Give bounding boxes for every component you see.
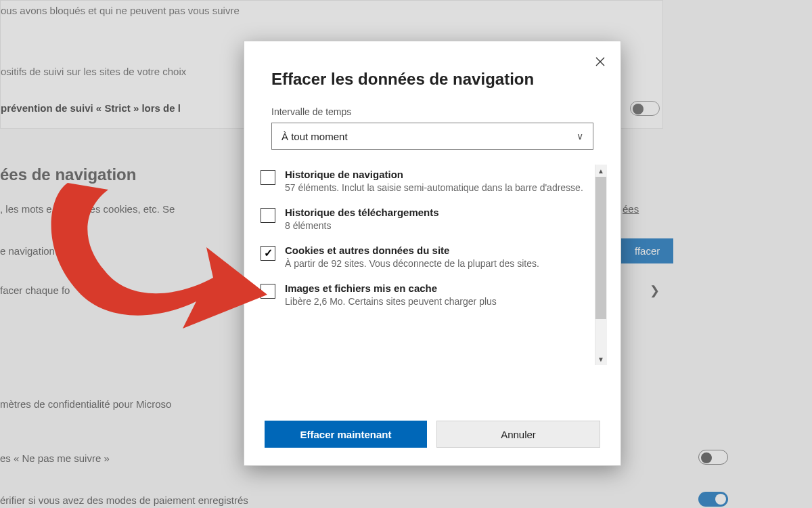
clear-browsing-data-dialog: Effacer les données de navigation Interv… xyxy=(244,41,621,466)
chevron-right-icon[interactable]: ❯ xyxy=(650,283,660,298)
option-title: Cookies et autres données du site xyxy=(285,245,593,256)
clear-button[interactable]: ffacer xyxy=(621,238,673,263)
settings-link[interactable]: ées xyxy=(623,203,639,215)
blocked-trackers-text: ous avons bloqués et qui ne peuvent pas … xyxy=(1,5,240,16)
cancel-button[interactable]: Annuler xyxy=(436,421,600,448)
option-browsing-history[interactable]: Historique de navigation 57 éléments. In… xyxy=(261,165,593,203)
option-download-history[interactable]: Historique des téléchargements 8 élément… xyxy=(261,203,593,240)
option-desc: 8 éléments xyxy=(285,219,593,232)
payment-methods-toggle[interactable] xyxy=(698,492,728,507)
option-desc: 57 éléments. Inclut la saisie semi-autom… xyxy=(285,182,593,194)
option-title: Historique des téléchargements xyxy=(285,207,593,218)
strict-toggle[interactable] xyxy=(630,101,660,116)
close-icon[interactable] xyxy=(589,51,611,72)
strict-prevention-text: prévention de suivi « Strict » lors de l xyxy=(1,102,181,114)
data-type-list: Historique de navigation 57 éléments. In… xyxy=(261,165,607,365)
dialog-actions: Effacer maintenant Annuler xyxy=(244,406,621,465)
payment-methods-text: érifier si vous avez des modes de paieme… xyxy=(0,494,248,506)
do-not-track-text: es « Ne pas me suivre » xyxy=(0,452,110,464)
option-cookies[interactable]: Cookies et autres données du site À part… xyxy=(261,240,593,278)
clear-now-button[interactable]: Effacer maintenant xyxy=(265,421,427,448)
time-range-select[interactable]: À tout moment ∨ xyxy=(271,123,593,150)
scroll-up-icon[interactable]: ▲ xyxy=(595,165,607,177)
scroll-down-icon[interactable]: ▼ xyxy=(595,353,607,365)
tracking-exceptions-text: ositifs de suivi sur les sites de votre … xyxy=(1,66,186,77)
option-desc: Libère 2,6 Mo. Certains sites peuvent ch… xyxy=(285,295,593,308)
time-range-value: À tout moment xyxy=(281,131,348,142)
annotation-arrow-icon xyxy=(41,169,271,345)
option-cached-files[interactable]: Images et fichiers mis en cache Libère 2… xyxy=(261,278,593,316)
scrollbar[interactable]: ▲ ▼ xyxy=(595,165,607,365)
option-title: Historique de navigation xyxy=(285,169,593,180)
option-desc: À partir de 92 sites. Vous déconnecte de… xyxy=(285,257,593,270)
time-range-label: Intervalle de temps xyxy=(244,89,621,123)
dialog-title: Effacer les données de navigation xyxy=(244,41,621,89)
privacy-settings-text: mètres de confidentialité pour Microso xyxy=(0,398,171,410)
scrollbar-thumb[interactable] xyxy=(595,177,606,319)
chevron-down-icon: ∨ xyxy=(577,131,583,142)
do-not-track-toggle[interactable] xyxy=(698,450,728,465)
option-title: Images et fichiers mis en cache xyxy=(285,282,593,294)
